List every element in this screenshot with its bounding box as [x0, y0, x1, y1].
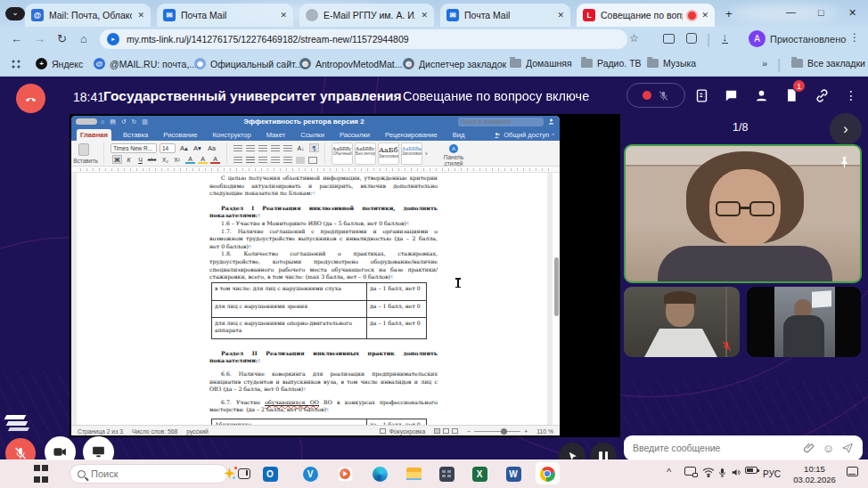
- close-icon[interactable]: ✕: [137, 11, 144, 20]
- style-heading2[interactable]: АаБбВвГгДЗаголовок 2: [401, 142, 422, 165]
- bookmark-folder-radio-tv[interactable]: Радио. ТВ: [581, 58, 642, 69]
- task-view-button[interactable]: [233, 463, 255, 484]
- word-tab-draw[interactable]: Рисование: [160, 129, 201, 141]
- grow-font-button[interactable]: А▴: [179, 143, 189, 152]
- window-minimize-button[interactable]: —: [786, 6, 796, 17]
- shading-icon[interactable]: [296, 157, 305, 164]
- word-tab-design[interactable]: Конструктор: [209, 129, 254, 141]
- close-icon[interactable]: ✕: [280, 11, 287, 20]
- taskbar-app-v[interactable]: V: [299, 463, 321, 484]
- pin-icon[interactable]: [838, 155, 851, 168]
- battery-icon[interactable]: [745, 467, 757, 474]
- close-icon[interactable]: ✕: [557, 11, 564, 20]
- bookmarks-overflow-icon[interactable]: »: [762, 58, 767, 69]
- hangup-button[interactable]: [16, 84, 45, 113]
- bookmark-official-site[interactable]: ◉Официальный сайт...: [194, 58, 302, 69]
- taskbar-search-input[interactable]: [91, 468, 217, 479]
- start-button[interactable]: [30, 463, 52, 484]
- tray-mic-icon[interactable]: [717, 467, 727, 478]
- word-tab-view[interactable]: Вид: [449, 129, 469, 141]
- word-tab-layout[interactable]: Макет: [263, 129, 290, 141]
- taskbar-search-box[interactable]: [70, 464, 228, 484]
- home-icon[interactable]: ⌂: [80, 32, 87, 45]
- indent-decrease-icon[interactable]: [271, 145, 280, 152]
- bold-button[interactable]: Ж: [112, 155, 122, 164]
- taskbar-excel[interactable]: X: [469, 463, 490, 484]
- word-tab-review[interactable]: Рецензирование: [381, 129, 441, 141]
- style-normal[interactable]: АаБбВгДдОбычный: [332, 142, 353, 165]
- word-count[interactable]: Число слов: 568: [132, 428, 177, 435]
- styles-pane-button[interactable]: А Панель стилей: [438, 144, 469, 167]
- all-bookmarks[interactable]: Все закладки: [791, 58, 865, 69]
- styles-gallery-more-icon[interactable]: ›: [425, 150, 428, 158]
- align-right-icon[interactable]: [258, 157, 267, 164]
- collapse-ribbon-icon[interactable]: ^: [552, 133, 554, 138]
- chat-button[interactable]: [721, 85, 741, 105]
- apps-grid-icon[interactable]: [11, 59, 21, 69]
- view-switcher[interactable]: [434, 428, 458, 434]
- align-left-icon[interactable]: [233, 157, 242, 164]
- bookmark-mailru[interactable]: @@MAIL.RU: почта,...: [94, 58, 197, 69]
- participants-button[interactable]: [751, 85, 771, 105]
- underline-button[interactable]: Ч: [135, 155, 145, 164]
- address-bar[interactable]: ▸ my.mts-link.ru/j/141276175/12276469182…: [100, 29, 627, 49]
- taskbar-outlook[interactable]: O: [259, 463, 281, 484]
- chat-input[interactable]: [633, 443, 796, 453]
- clock[interactable]: 10:15 03.02.2026: [790, 464, 839, 484]
- sort-button[interactable]: А↓: [296, 143, 306, 152]
- extension-icon[interactable]: [663, 34, 675, 44]
- highlight-button[interactable]: А: [198, 155, 208, 164]
- speaker-icon[interactable]: [730, 467, 742, 478]
- bookmark-folder-music[interactable]: Музыка: [647, 58, 696, 69]
- bookmark-folder-home[interactable]: Домашняя: [510, 58, 572, 69]
- paste-clipboard-icon[interactable]: [78, 143, 89, 156]
- word-tab-references[interactable]: Ссылки: [297, 129, 328, 141]
- word-document-canvas[interactable]: С целью получения объективной информации…: [71, 173, 560, 425]
- indent-increase-icon[interactable]: [283, 145, 292, 152]
- tray-expand-icon[interactable]: ^: [667, 467, 671, 477]
- browser-tab-1[interactable]: @ Mail: Почта, Облако, Кал ✕: [25, 4, 151, 27]
- taskbar-file-explorer[interactable]: [403, 463, 424, 484]
- bookmark-star-icon[interactable]: ☆: [629, 32, 639, 45]
- subscript-button[interactable]: X₂: [160, 155, 170, 164]
- url-text[interactable]: my.mts-link.ru/j/141276175/12276469182/s…: [127, 34, 409, 45]
- close-icon[interactable]: ✕: [421, 11, 428, 20]
- emoji-icon[interactable]: ☺: [823, 442, 834, 455]
- notification-center-icon[interactable]: [847, 467, 858, 476]
- zoom-level[interactable]: 110 %: [536, 428, 553, 435]
- participant-video-3[interactable]: [747, 287, 861, 357]
- strikethrough-button[interactable]: abc: [147, 155, 157, 164]
- files-button[interactable]: 1: [782, 85, 801, 105]
- style-no-spacing[interactable]: АаБбВгДдБез интерва..: [355, 142, 376, 165]
- close-icon[interactable]: ✕: [701, 11, 708, 20]
- multilevel-list-icon[interactable]: [258, 145, 267, 152]
- zoom-slider[interactable]: −+: [467, 428, 528, 435]
- downloads-icon[interactable]: ↓: [722, 31, 728, 44]
- browser-tab-2[interactable]: ✉ Почта Mail ✕: [157, 4, 293, 27]
- notes-button[interactable]: [692, 85, 711, 105]
- bookmark-manager[interactable]: ◍Диспетчер закладок: [403, 58, 506, 69]
- meeting-menu-kebab-icon[interactable]: ⋮: [845, 88, 857, 102]
- font-name-select[interactable]: Times New R...: [111, 143, 157, 153]
- style-heading1[interactable]: АаБб1Заголовок 1: [378, 142, 399, 165]
- show-formatting-marks-button[interactable]: ¶: [309, 143, 319, 152]
- taskbar-chrome[interactable]: [536, 463, 558, 484]
- word-ruler[interactable]: [71, 167, 560, 173]
- word-search-input[interactable]: [461, 118, 541, 125]
- font-size-select[interactable]: 14: [160, 143, 176, 153]
- word-quick-access-icons[interactable]: ⌂ ▤ ↺ ↻ ▥: [101, 118, 150, 126]
- taskbar-edge[interactable]: [369, 463, 390, 484]
- browser-tab-3[interactable]: E-Mail РГПУ им. А. И. Гер ✕: [299, 4, 434, 27]
- attach-icon[interactable]: [803, 442, 815, 454]
- bookmark-yandex[interactable]: +Яндекс: [36, 58, 83, 69]
- browser-tab-4[interactable]: ✉ Почта Mail ✕: [440, 4, 570, 27]
- extension-icon[interactable]: [686, 33, 697, 44]
- recording-indicator[interactable]: [626, 83, 685, 108]
- taskbar-calculator[interactable]: [436, 463, 457, 484]
- profile-avatar[interactable]: А: [749, 30, 766, 47]
- participant-video-2[interactable]: [624, 287, 740, 357]
- forward-icon[interactable]: →: [34, 32, 45, 45]
- participant-video-main[interactable]: [624, 144, 862, 283]
- shrink-font-button[interactable]: А▾: [192, 143, 202, 152]
- word-tab-insert[interactable]: Вставка: [119, 129, 151, 141]
